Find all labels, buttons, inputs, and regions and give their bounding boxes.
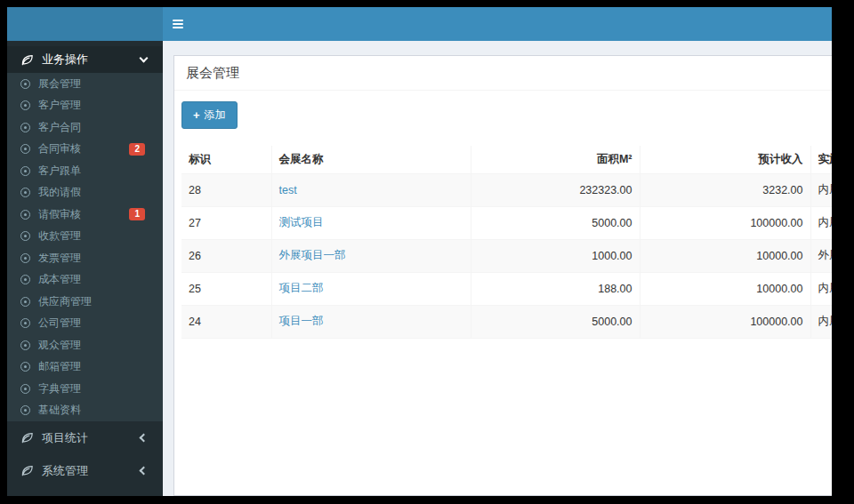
sidebar-item-payment-mgmt[interactable]: 收款管理 xyxy=(7,226,163,248)
exhibition-link[interactable]: 测试项目 xyxy=(279,216,324,228)
sidebar-item-invoice-mgmt[interactable]: 发票管理 xyxy=(7,247,163,269)
dot-circle-icon xyxy=(20,210,30,220)
dot-circle-icon xyxy=(20,318,30,328)
leaf-icon xyxy=(20,53,34,67)
sidebar-section-project-stats[interactable]: 项目统计 xyxy=(7,421,163,454)
sidebar-item-label: 合同审核 xyxy=(38,141,81,156)
cell-area: 5000.00 xyxy=(471,206,640,239)
table-header-row: 标识 会展名称 面积M² 预计收入 实施部门 xyxy=(181,146,832,173)
sidebar-item-customer-contract[interactable]: 客户合同 xyxy=(7,116,163,139)
dot-circle-icon xyxy=(20,405,30,415)
dot-circle-icon xyxy=(20,123,30,132)
sidebar-item-label: 展会管理 xyxy=(38,76,81,92)
cell-dept: 内展项目 xyxy=(810,305,832,338)
sidebar-item-label: 公司管理 xyxy=(38,316,81,331)
leaf-icon xyxy=(20,464,34,477)
table-row: 27 测试项目 5000.00 100000.00 内展项目 xyxy=(181,206,832,239)
sidebar-item-label: 客户跟单 xyxy=(38,164,81,179)
cell-dept: 内展项目 xyxy=(810,272,832,305)
cell-income: 3232.00 xyxy=(640,173,810,206)
cell-dept: 外展项目 xyxy=(810,239,832,272)
dot-circle-icon xyxy=(20,340,30,350)
cell-id: 27 xyxy=(181,206,271,239)
sidebar-item-label: 客户合同 xyxy=(38,120,81,135)
chevron-down-icon xyxy=(140,54,149,63)
sidebar-item-leave-review[interactable]: 请假审核 1 xyxy=(7,204,163,226)
exhibition-link[interactable]: 项目二部 xyxy=(279,282,324,294)
dot-circle-icon xyxy=(20,297,30,307)
count-badge: 2 xyxy=(129,143,145,156)
sidebar: 业务操作 展会管理 客户管理 客户合同 合同审核 2 xyxy=(7,41,163,496)
sidebar-item-audience-mgmt[interactable]: 观众管理 xyxy=(7,334,163,356)
logo-area[interactable] xyxy=(7,7,163,41)
cell-dept: 内展项目 xyxy=(810,206,832,239)
sidebar-item-label: 字典管理 xyxy=(38,381,81,396)
sidebar-section-label: 系统管理 xyxy=(42,463,88,479)
sidebar-item-company-mgmt[interactable]: 公司管理 xyxy=(7,313,163,335)
panel-header: 展会管理 xyxy=(174,56,832,91)
sidebar-item-label: 客户管理 xyxy=(38,98,81,113)
cell-dept: 内展项目 xyxy=(810,173,832,206)
sidebar-section-business-ops[interactable]: 业务操作 xyxy=(7,46,163,73)
sidebar-item-dictionary-mgmt[interactable]: 字典管理 xyxy=(7,378,163,400)
cell-area: 5000.00 xyxy=(471,305,640,338)
cell-id: 28 xyxy=(181,173,271,206)
sidebar-item-label: 邮箱管理 xyxy=(38,359,81,374)
dot-circle-icon xyxy=(20,231,30,241)
sidebar-section-label: 业务操作 xyxy=(42,52,88,68)
column-header-area: 面积M² xyxy=(471,146,640,173)
add-button[interactable]: + 添加 xyxy=(181,101,238,129)
sidebar-item-my-leave[interactable]: 我的请假 xyxy=(7,182,163,204)
topbar xyxy=(7,7,832,41)
hamburger-icon[interactable] xyxy=(171,12,197,36)
cell-area: 188.00 xyxy=(471,272,640,305)
chevron-left-icon xyxy=(140,434,149,443)
sidebar-item-label: 收款管理 xyxy=(38,228,81,244)
exhibition-link[interactable]: test xyxy=(279,184,297,196)
sidebar-item-basic-data[interactable]: 基础资料 xyxy=(7,400,163,422)
exhibition-table: 标识 会展名称 面积M² 预计收入 实施部门 28 test 232323.00 xyxy=(181,146,832,339)
dot-circle-icon xyxy=(20,144,30,154)
sidebar-section-label: 项目统计 xyxy=(42,430,88,446)
column-header-name: 会展名称 xyxy=(271,146,471,173)
sidebar-item-label: 观众管理 xyxy=(38,338,81,353)
dot-circle-icon xyxy=(20,100,30,110)
exhibition-link[interactable]: 项目一部 xyxy=(279,315,324,327)
sidebar-item-label: 成本管理 xyxy=(38,272,81,287)
exhibition-link[interactable]: 外展项目一部 xyxy=(279,249,346,261)
panel-body: + 添加 标识 会展名称 面积M² 预计收入 实施部门 xyxy=(174,91,832,339)
sidebar-item-mailbox-mgmt[interactable]: 邮箱管理 xyxy=(7,356,163,379)
column-header-income: 预计收入 xyxy=(640,146,810,173)
page-title: 展会管理 xyxy=(186,65,820,82)
sidebar-item-cost-mgmt[interactable]: 成本管理 xyxy=(7,269,163,292)
add-button-label: 添加 xyxy=(205,108,226,123)
sidebar-item-exhibition-mgmt[interactable]: 展会管理 xyxy=(7,73,163,95)
sidebar-submenu: 展会管理 客户管理 客户合同 合同审核 2 客户跟单 我的请假 xyxy=(7,73,163,421)
sidebar-section-system-mgmt[interactable]: 系统管理 xyxy=(7,454,163,487)
chevron-left-icon xyxy=(140,467,149,476)
content-panel: 展会管理 + 添加 标识 会展名称 面积M² 预计收入 实施部门 xyxy=(173,55,832,496)
dot-circle-icon xyxy=(20,188,30,197)
main-content: 展会管理 + 添加 标识 会展名称 面积M² 预计收入 实施部门 xyxy=(163,41,832,496)
sidebar-item-customer-followup[interactable]: 客户跟单 xyxy=(7,160,163,182)
leaf-icon xyxy=(20,431,34,444)
dot-circle-icon xyxy=(20,79,30,89)
app-window: 业务操作 展会管理 客户管理 客户合同 合同审核 2 xyxy=(7,7,832,496)
column-header-dept: 实施部门 xyxy=(810,146,832,173)
sidebar-item-label: 供应商管理 xyxy=(38,294,92,309)
table-row: 26 外展项目一部 1000.00 10000.00 外展项目 xyxy=(181,239,832,272)
sidebar-item-contract-review[interactable]: 合同审核 2 xyxy=(7,139,163,161)
table-row: 25 项目二部 188.00 10000.00 内展项目 xyxy=(181,272,832,305)
sidebar-item-label: 发票管理 xyxy=(38,251,81,266)
sidebar-item-supplier-mgmt[interactable]: 供应商管理 xyxy=(7,291,163,313)
table-row: 24 项目一部 5000.00 100000.00 内展项目 xyxy=(181,305,832,338)
sidebar-item-customer-mgmt[interactable]: 客户管理 xyxy=(7,95,163,117)
dot-circle-icon xyxy=(20,166,30,176)
plus-icon: + xyxy=(193,109,200,121)
column-header-id: 标识 xyxy=(181,146,271,173)
navbar xyxy=(163,7,832,41)
cell-income: 100000.00 xyxy=(640,206,810,239)
cell-income: 10000.00 xyxy=(640,272,810,305)
table-row: 28 test 232323.00 3232.00 内展项目 xyxy=(181,173,832,206)
cell-id: 26 xyxy=(181,239,271,272)
